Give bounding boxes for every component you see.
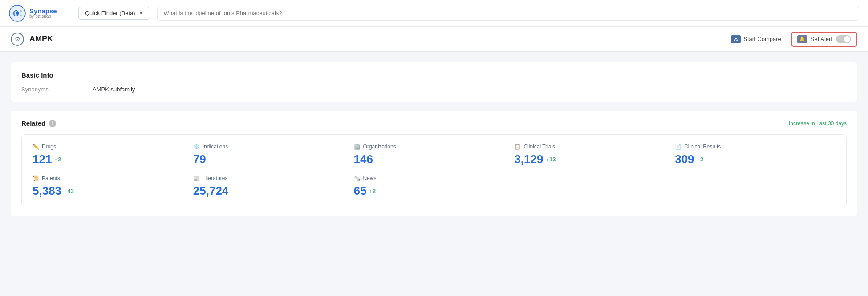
drugs-value: 121 ↑2 [32, 152, 193, 166]
drugs-increase: ↑2 [54, 156, 61, 163]
quick-finder-button[interactable]: Quick Finder (Beta) ▼ [78, 7, 150, 20]
logo-area: Synapse by patsnap [9, 5, 71, 22]
quick-finder-label: Quick Finder (Beta) [85, 10, 135, 16]
patents-increase: ↑43 [64, 188, 74, 194]
drugs-category: ✏️ Drugs [32, 144, 193, 150]
stat-patents[interactable]: 📜 Patents 5,383 ↑43 [32, 175, 193, 198]
related-title-group: Related i [21, 119, 56, 127]
stat-drugs[interactable]: ✏️ Drugs 121 ↑2 [32, 144, 193, 166]
sub-header-right: VS Start Compare 🔔 Set Alert [726, 32, 857, 47]
search-input[interactable] [157, 6, 859, 21]
stat-literatures[interactable]: 📰 Literatures 25,724 [193, 175, 354, 198]
clinical-trials-value: 3,129 ↑13 [514, 152, 675, 166]
main-content: Basic Info Synonyms AMPK subfamily Relat… [0, 52, 868, 296]
stats-row-1: ✏️ Drugs 121 ↑2 ❄️ Indications [32, 144, 836, 166]
clinical-results-value: 309 ↑2 [675, 152, 836, 166]
related-title: Related [21, 119, 45, 127]
patents-value: 5,383 ↑43 [32, 184, 193, 198]
synonyms-label: Synonyms [21, 86, 93, 93]
synonyms-row: Synonyms AMPK subfamily [21, 86, 847, 93]
patents-category: 📜 Patents [32, 175, 193, 181]
increase-label: ↑ Increase in Last 30 days [784, 120, 847, 127]
patents-icon: 📜 [32, 175, 39, 181]
up-arrow-icon: ↑ [54, 157, 57, 162]
clinical-trials-icon: 📋 [514, 144, 521, 150]
up-arrow-icon: ↑ [546, 157, 548, 162]
indications-icon: ❄️ [193, 144, 200, 150]
organizations-category: 🏢 Organizations [354, 144, 515, 150]
logo-bypatsnap-label: by patsnap [29, 14, 57, 19]
logo-synapse-label: Synapse [29, 8, 57, 14]
news-increase: ↑2 [369, 188, 376, 194]
up-arrow-icon: ↑ [369, 189, 372, 194]
news-category: 🗞️ News [354, 175, 515, 181]
gear-icon: ⚙ [11, 33, 24, 46]
drugs-icon: ✏️ [32, 144, 39, 150]
compare-icon: VS [731, 35, 741, 43]
indications-category: ❄️ Indications [193, 144, 354, 150]
clinical-trials-category: 📋 Clinical Trials [514, 144, 675, 150]
svg-point-3 [20, 10, 22, 12]
set-alert-button[interactable]: 🔔 Set Alert [791, 32, 857, 47]
stat-clinical-results[interactable]: 📄 Clinical Results 309 ↑2 [675, 144, 836, 166]
clinical-trials-increase: ↑13 [546, 156, 556, 163]
svg-point-4 [20, 15, 22, 16]
literatures-icon: 📰 [193, 175, 200, 181]
literatures-category: 📰 Literatures [193, 175, 354, 181]
stat-news[interactable]: 🗞️ News 65 ↑2 [354, 175, 515, 198]
stat-clinical-trials[interactable]: 📋 Clinical Trials 3,129 ↑13 [514, 144, 675, 166]
stats-container: ✏️ Drugs 121 ↑2 ❄️ Indications [21, 134, 847, 207]
alert-icon: 🔔 [797, 35, 807, 43]
start-compare-button[interactable]: VS Start Compare [726, 33, 786, 46]
organizations-value: 146 [354, 152, 515, 166]
chevron-down-icon: ▼ [139, 11, 143, 16]
clinical-results-increase: ↑2 [697, 156, 704, 163]
basic-info-section: Basic Info Synonyms AMPK subfamily [11, 62, 857, 102]
related-info-icon[interactable]: i [49, 120, 56, 127]
news-value: 65 ↑2 [354, 184, 515, 198]
basic-info-title: Basic Info [21, 71, 847, 79]
sub-header-left: ⚙ AMPK [11, 33, 53, 46]
svg-point-1 [16, 12, 19, 15]
clinical-results-category: 📄 Clinical Results [675, 144, 836, 150]
indications-value: 79 [193, 152, 354, 166]
synapse-logo-icon [9, 5, 26, 22]
up-arrow-icon: ↑ [64, 189, 67, 194]
navbar: Synapse by patsnap Quick Finder (Beta) ▼ [0, 0, 868, 27]
stat-empty-1 [514, 175, 675, 198]
news-icon: 🗞️ [354, 175, 361, 181]
page-title: AMPK [29, 34, 53, 44]
stat-indications[interactable]: ❄️ Indications 79 [193, 144, 354, 166]
related-header: Related i ↑ Increase in Last 30 days [21, 119, 847, 127]
svg-point-2 [13, 12, 15, 14]
synonyms-value: AMPK subfamily [93, 86, 135, 93]
related-section: Related i ↑ Increase in Last 30 days ✏️ … [11, 111, 857, 216]
up-arrow-icon: ↑ [697, 157, 700, 162]
sub-header: ⚙ AMPK VS Start Compare 🔔 Set Alert [0, 27, 868, 52]
start-compare-label: Start Compare [743, 36, 781, 42]
set-alert-toggle[interactable] [836, 35, 851, 43]
stat-empty-2 [675, 175, 836, 198]
stat-organizations[interactable]: 🏢 Organizations 146 [354, 144, 515, 166]
literatures-value: 25,724 [193, 184, 354, 198]
organizations-icon: 🏢 [354, 144, 361, 150]
stats-row-2: 📜 Patents 5,383 ↑43 📰 Literatures [32, 175, 836, 198]
logo-text: Synapse by patsnap [29, 8, 57, 19]
up-arrow-icon: ↑ [784, 120, 787, 127]
clinical-results-icon: 📄 [675, 144, 681, 150]
set-alert-label: Set Alert [811, 36, 832, 42]
